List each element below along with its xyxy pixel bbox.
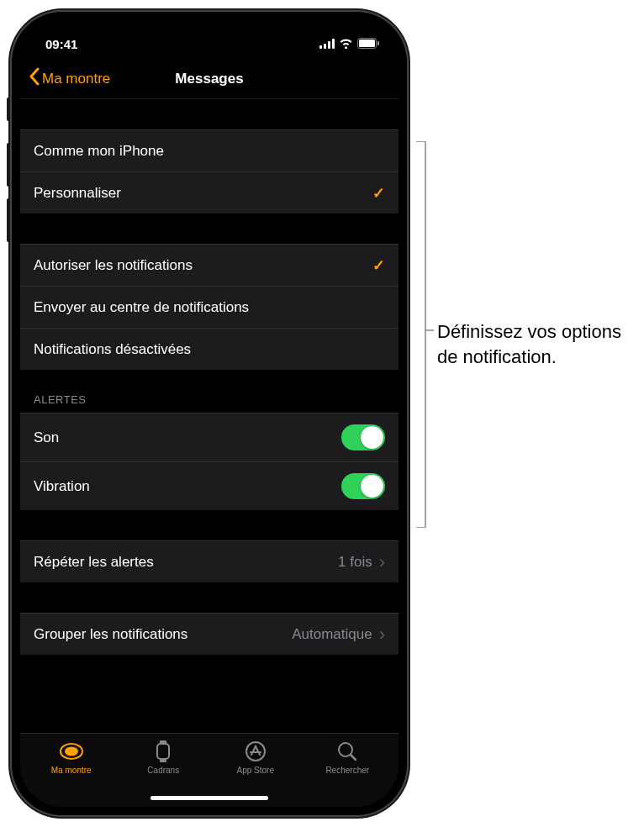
row-mirror-iphone[interactable]: Comme mon iPhone bbox=[20, 129, 399, 171]
row-repeat-alerts[interactable]: Répéter les alertes 1 fois › bbox=[20, 540, 399, 582]
svg-rect-6 bbox=[377, 41, 379, 45]
svg-rect-0 bbox=[319, 45, 322, 49]
row-label: Notifications désactivées bbox=[34, 341, 191, 358]
row-send-to-center[interactable]: Envoyer au centre de notifications bbox=[20, 286, 399, 328]
tab-my-watch[interactable]: Ma montre bbox=[25, 740, 118, 775]
row-label: Comme mon iPhone bbox=[34, 143, 164, 160]
row-label: Grouper les notifications bbox=[34, 626, 187, 643]
screen: 09:41 Ma montre Messages bbox=[20, 20, 399, 807]
watch-icon bbox=[59, 740, 84, 762]
status-time: 09:41 bbox=[45, 37, 77, 51]
tab-app-store[interactable]: App Store bbox=[209, 740, 302, 775]
row-label: Personnaliser bbox=[34, 185, 121, 202]
row-group-notifications[interactable]: Grouper les notifications Automatique › bbox=[20, 613, 399, 655]
row-allow-notifications[interactable]: Autoriser les notifications ✓ bbox=[20, 244, 399, 286]
volume-up-button bbox=[7, 143, 10, 187]
search-icon bbox=[335, 740, 360, 762]
row-value: Automatique bbox=[292, 626, 372, 643]
row-value: 1 fois bbox=[338, 554, 372, 571]
home-indicator[interactable] bbox=[150, 796, 268, 800]
svg-rect-3 bbox=[332, 39, 335, 49]
row-label: Son bbox=[34, 429, 59, 446]
row-label: Répéter les alertes bbox=[34, 554, 154, 571]
content-area[interactable]: Comme mon iPhone Personnaliser ✓ Autoris… bbox=[20, 99, 399, 733]
tab-label: Ma montre bbox=[51, 766, 92, 775]
notch bbox=[125, 20, 293, 47]
svg-rect-9 bbox=[157, 744, 169, 759]
svg-line-14 bbox=[351, 755, 356, 760]
svg-rect-11 bbox=[160, 759, 166, 762]
row-customize[interactable]: Personnaliser ✓ bbox=[20, 171, 399, 213]
tab-label: Cadrans bbox=[147, 766, 179, 775]
svg-point-8 bbox=[65, 747, 78, 756]
tab-label: Rechercher bbox=[325, 766, 369, 775]
svg-rect-10 bbox=[160, 740, 166, 744]
svg-rect-1 bbox=[324, 44, 326, 49]
tab-faces[interactable]: Cadrans bbox=[118, 740, 210, 775]
back-button[interactable]: Ma montre bbox=[29, 67, 110, 90]
volume-down-button bbox=[7, 198, 10, 242]
mute-switch bbox=[7, 97, 10, 121]
chevron-right-icon: › bbox=[379, 553, 385, 572]
wifi-icon bbox=[339, 37, 353, 51]
sound-toggle[interactable] bbox=[341, 424, 385, 450]
tab-search[interactable]: Rechercher bbox=[302, 740, 394, 775]
svg-rect-5 bbox=[359, 40, 375, 47]
faces-icon bbox=[150, 740, 176, 762]
section-header-alerts: Alertes bbox=[20, 370, 399, 413]
svg-rect-2 bbox=[328, 41, 330, 49]
nav-bar: Ma montre Messages bbox=[20, 59, 399, 99]
chevron-right-icon: › bbox=[379, 625, 385, 644]
row-label: Vibration bbox=[34, 478, 90, 495]
status-right bbox=[319, 37, 380, 51]
battery-icon bbox=[357, 37, 380, 51]
back-label: Ma montre bbox=[42, 71, 110, 87]
chevron-left-icon bbox=[29, 67, 40, 90]
appstore-icon bbox=[243, 740, 268, 762]
haptic-toggle[interactable] bbox=[341, 473, 385, 499]
row-haptic: Vibration bbox=[20, 461, 399, 510]
callout-text: Définissez vos options de notification. bbox=[437, 319, 631, 369]
checkmark-icon: ✓ bbox=[372, 184, 385, 203]
page-title: Messages bbox=[175, 71, 243, 87]
row-sound: Son bbox=[20, 413, 399, 461]
tab-label: App Store bbox=[237, 766, 274, 775]
row-notifications-off[interactable]: Notifications désactivées bbox=[20, 328, 399, 370]
row-label: Autoriser les notifications bbox=[34, 257, 193, 274]
row-label: Envoyer au centre de notifications bbox=[34, 299, 249, 316]
callout-bracket bbox=[415, 141, 434, 528]
iphone-frame: 09:41 Ma montre Messages bbox=[12, 12, 407, 815]
checkmark-icon: ✓ bbox=[372, 256, 385, 275]
cellular-icon bbox=[319, 37, 335, 51]
